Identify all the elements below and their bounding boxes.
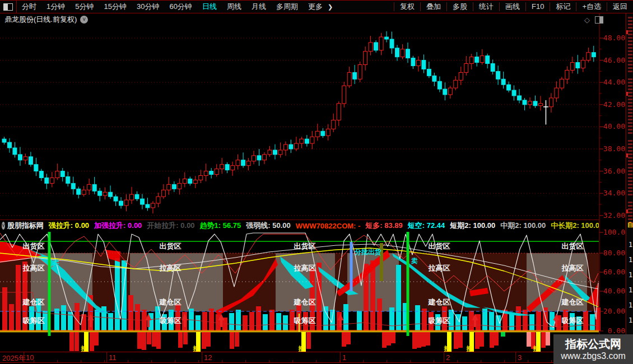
indicator-param-0: 股朋指标网: [7, 221, 44, 231]
minor-tick: [245, 360, 246, 362]
period-tab-10[interactable]: 更多: [303, 2, 328, 12]
toolbar-button-2[interactable]: 多股: [446, 2, 473, 11]
sidebar-item-highlight[interactable]: 自: [627, 221, 633, 229]
stock-title: 鼎龙股份(日线.前复权): [1, 15, 77, 25]
period-tab-1[interactable]: 1分钟: [41, 2, 70, 12]
period-tab-7[interactable]: 周线: [222, 2, 246, 12]
month-label: 3: [518, 353, 522, 362]
minor-tick: [528, 360, 528, 362]
watermark-title: 指标公式网: [565, 337, 621, 351]
period-tab-0[interactable]: 分时: [17, 2, 41, 12]
watermark-box: 指标公式网 www.zbgs3.com: [553, 334, 633, 364]
more-chevron-icon[interactable]: ❯: [328, 3, 336, 11]
month-divider: [106, 352, 107, 362]
indicator-collapse-icon[interactable]: ˅: [2, 222, 5, 230]
layout-split-icon[interactable]: [595, 16, 603, 24]
date-axis[interactable]: 2025年 101112123: [0, 352, 626, 363]
indicator-param-4: 趋势1: 56.75: [200, 221, 241, 231]
year-label: 2025年: [2, 353, 26, 363]
sidebar-text-noise: [628, 78, 632, 134]
sidebar-digit: 1: [629, 316, 632, 324]
main-chart-area[interactable]: [0, 26, 599, 219]
toolbar-button-7[interactable]: +自选: [576, 2, 607, 11]
month-label: 11: [109, 353, 117, 362]
indicator-param-10: 中期2: 100.00: [500, 221, 546, 231]
sidebar-digit: 1: [629, 301, 632, 309]
minor-tick: [457, 360, 458, 362]
minor-tick: [269, 360, 269, 362]
month-label: 12: [204, 353, 212, 362]
minor-tick: [175, 360, 175, 362]
month-divider: [24, 352, 24, 362]
minor-tick: [292, 360, 293, 362]
right-vertical-tabbar[interactable]: 自111111: [626, 13, 633, 364]
indicator-param-11: 中长期2: 100.00: [551, 221, 599, 231]
sidebar-section-icon: [626, 30, 628, 34]
indicator-param-8: 短空: 72.44: [408, 221, 445, 231]
sidebar-digit: 1: [629, 256, 632, 264]
minor-tick: [434, 360, 434, 362]
minor-tick: [551, 360, 552, 362]
minor-tick: [410, 360, 411, 362]
sidebar-text-noise: [628, 17, 632, 73]
minor-tick: [151, 360, 152, 362]
minor-tick: [504, 360, 505, 362]
title-bar: 鼎龙股份(日线.前复权) ˅ ◇: [1, 14, 626, 25]
period-tab-9[interactable]: 多周期: [271, 2, 303, 12]
month-label: 10: [26, 353, 34, 362]
toolbar-button-1[interactable]: 叠加: [420, 2, 446, 11]
indicator-param-1: 强拉升: 0.00: [49, 221, 89, 231]
indicator-param-3: 开始拉升: 0.00: [147, 221, 194, 231]
month-label: 2: [446, 353, 450, 362]
month-divider: [340, 352, 341, 362]
month-divider: [202, 352, 202, 362]
month-label: 1: [342, 353, 346, 362]
indicator-param-2: 加强拉升: 0.00: [94, 221, 142, 231]
minor-tick: [81, 360, 81, 362]
period-tab-2[interactable]: 5分钟: [70, 2, 99, 12]
period-tab-5[interactable]: 60分钟: [164, 2, 197, 12]
minor-tick: [57, 360, 58, 362]
sidebar-section-icon: [626, 153, 628, 157]
minor-tick: [198, 360, 199, 362]
toolbar-button-4[interactable]: 画线: [499, 2, 525, 11]
title-bar-icons: ◇: [584, 16, 626, 24]
title-dropdown-icon[interactable]: ˅: [80, 16, 88, 24]
toolbar-actions: 复权叠加多股统计画线F10标记+自选返回: [394, 1, 633, 13]
toolbar-button-0[interactable]: 复权: [394, 2, 420, 11]
period-tab-6[interactable]: 日线: [197, 2, 222, 12]
period-tab-3[interactable]: 15分钟: [99, 2, 131, 12]
minor-tick: [316, 360, 316, 362]
trading-app-window: 分时1分钟5分钟15分钟30分钟60分钟日线周线月线多周期更多❯ 复权叠加多股统…: [0, 0, 633, 364]
toolbar-button-5[interactable]: F10: [525, 2, 550, 11]
period-tabs: 分时1分钟5分钟15分钟30分钟60分钟日线周线月线多周期更多❯: [17, 2, 336, 12]
toolbar-button-6[interactable]: 标记: [550, 2, 576, 11]
minor-tick: [363, 360, 364, 362]
sidebar-digit: 1: [629, 286, 632, 294]
sidebar-digit: 1: [629, 241, 632, 249]
period-tab-8[interactable]: 月线: [246, 2, 271, 12]
period-toolbar: 分时1分钟5分钟15分钟30分钟60分钟日线周线月线多周期更多❯ 复权叠加多股统…: [0, 0, 633, 13]
minor-tick: [104, 360, 105, 362]
month-divider: [444, 352, 444, 362]
toolbar-button-3[interactable]: 统计: [473, 2, 499, 11]
toolbar-button-8[interactable]: 返回: [607, 2, 633, 11]
minor-tick: [339, 360, 340, 362]
minor-tick: [387, 360, 387, 362]
indicator-param-9: 短期2: 100.00: [450, 221, 495, 231]
watermark-url: www.zbgs3.com: [561, 351, 626, 362]
sidebar-text-noise: [628, 140, 632, 196]
minor-tick: [128, 360, 128, 362]
window-split-icon: [3, 3, 13, 11]
indicator-header-row: ˅ 股朋指标网强拉升: 0.00加强拉升: 0.00开始拉升: 0.00趋势1:…: [0, 221, 599, 231]
sidebar-digit: 1: [629, 271, 632, 279]
sidebar-section-icon: [626, 209, 628, 213]
period-tab-4[interactable]: 30分钟: [132, 2, 164, 12]
minor-tick: [222, 360, 222, 362]
indicator-param-5: 强弱线: 50.00: [246, 221, 290, 231]
indicator-param-7: 短多: 83.89: [365, 221, 402, 231]
window-menu-cell[interactable]: [0, 1, 17, 13]
indicator-panel-area[interactable]: [0, 231, 599, 352]
diamond-icon[interactable]: ◇: [584, 16, 590, 24]
minor-tick: [34, 360, 34, 362]
